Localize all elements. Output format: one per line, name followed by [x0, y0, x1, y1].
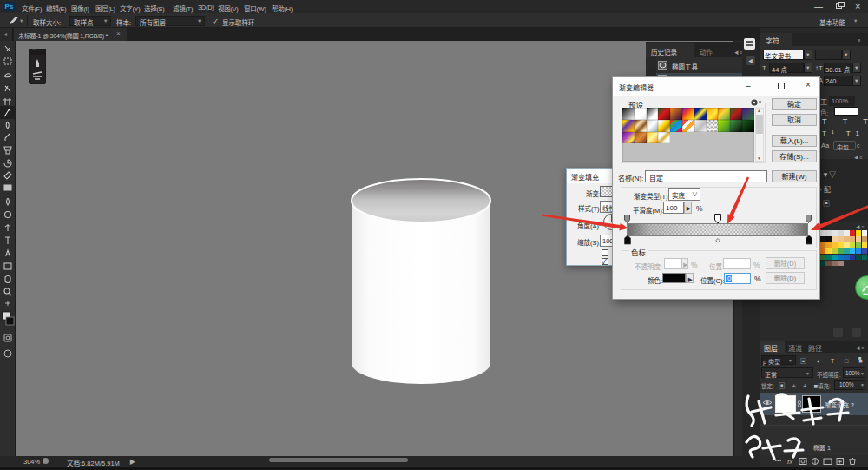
svg-text:fx: fx [787, 458, 793, 466]
